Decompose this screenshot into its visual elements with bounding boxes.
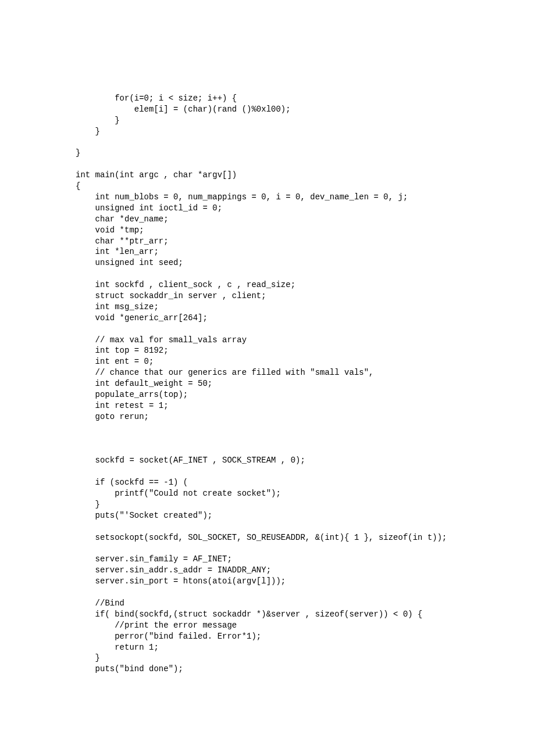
code-page: for(i=0; i < size; i++) { elem[i] = (cha… — [0, 0, 535, 756]
code-block: for(i=0; i < size; i++) { elem[i] = (cha… — [76, 93, 500, 675]
